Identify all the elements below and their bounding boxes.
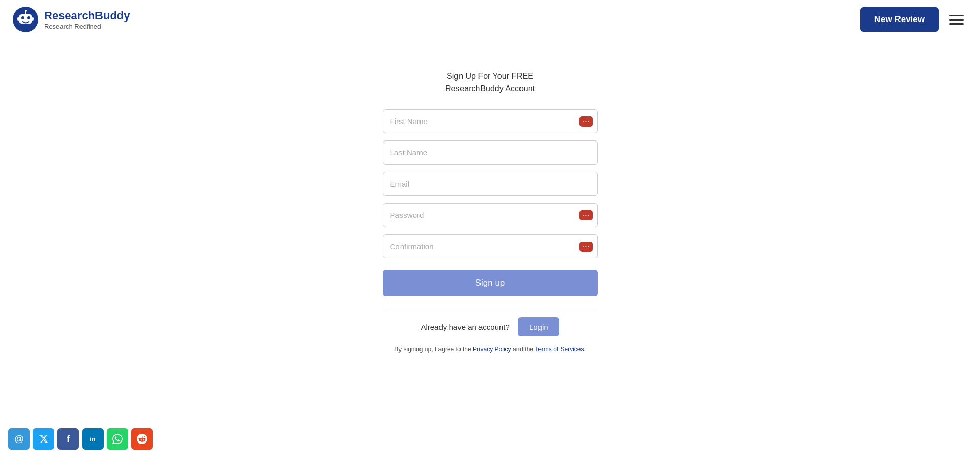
email-wrapper (383, 172, 598, 196)
logo-icon (12, 6, 39, 33)
form-fields: ··· ··· ··· Sign up (383, 109, 598, 296)
social-bar: @ f in (8, 428, 153, 450)
already-account-text: Already have an account? (421, 323, 509, 331)
social-reddit-icon[interactable] (131, 428, 153, 450)
email-input[interactable] (383, 172, 598, 196)
new-review-button[interactable]: New Review (860, 7, 939, 32)
main-content: Sign Up For Your FREE ResearchBuddy Acco… (0, 39, 980, 354)
password-badge: ··· (579, 210, 592, 220)
svg-point-3 (27, 16, 30, 19)
confirmation-wrapper: ··· (383, 234, 598, 258)
svg-rect-7 (32, 17, 34, 21)
divider (383, 309, 598, 309)
social-linkedin-icon[interactable]: in (82, 428, 104, 450)
svg-point-5 (25, 10, 27, 12)
svg-rect-6 (17, 17, 19, 21)
social-whatsapp-icon[interactable] (107, 428, 128, 450)
form-title-line1: Sign Up For Your FREE (447, 72, 533, 81)
last-name-wrapper (383, 140, 598, 165)
logo-text-area: ResearchBuddy Research Redfined (44, 9, 130, 30)
privacy-policy-link[interactable]: Privacy Policy (473, 346, 511, 353)
signup-button[interactable]: Sign up (383, 270, 598, 296)
first-name-input[interactable] (383, 109, 598, 133)
hamburger-line-3 (949, 23, 964, 25)
login-button[interactable]: Login (518, 317, 559, 336)
terms-link[interactable]: Terms of Services (535, 346, 584, 353)
terms-text: By signing up, I agree to the Privacy Po… (394, 345, 586, 354)
social-twitter-icon[interactable] (33, 428, 54, 450)
logo-area: ResearchBuddy Research Redfined (12, 6, 130, 33)
hamburger-line-2 (949, 19, 964, 21)
password-wrapper: ··· (383, 203, 598, 227)
social-email-icon[interactable]: @ (8, 428, 30, 450)
svg-rect-1 (19, 14, 32, 24)
logo-title: ResearchBuddy (44, 9, 130, 23)
login-row: Already have an account? Login (421, 317, 559, 336)
password-input[interactable] (383, 203, 598, 227)
first-name-badge: ··· (579, 116, 592, 127)
signup-form-container: Sign Up For Your FREE ResearchBuddy Acco… (383, 70, 598, 354)
svg-point-2 (21, 16, 24, 19)
last-name-input[interactable] (383, 140, 598, 165)
confirmation-input[interactable] (383, 234, 598, 258)
form-title-line2: ResearchBuddy Account (445, 84, 535, 93)
header: ResearchBuddy Research Redfined New Revi… (0, 0, 980, 39)
logo-subtitle: Research Redfined (44, 23, 130, 30)
confirmation-badge: ··· (579, 242, 592, 252)
hamburger-line-1 (949, 15, 964, 16)
social-facebook-icon[interactable]: f (57, 428, 79, 450)
hamburger-menu-button[interactable] (945, 11, 968, 29)
header-right: New Review (860, 7, 968, 32)
first-name-wrapper: ··· (383, 109, 598, 133)
form-title: Sign Up For Your FREE ResearchBuddy Acco… (445, 70, 535, 95)
